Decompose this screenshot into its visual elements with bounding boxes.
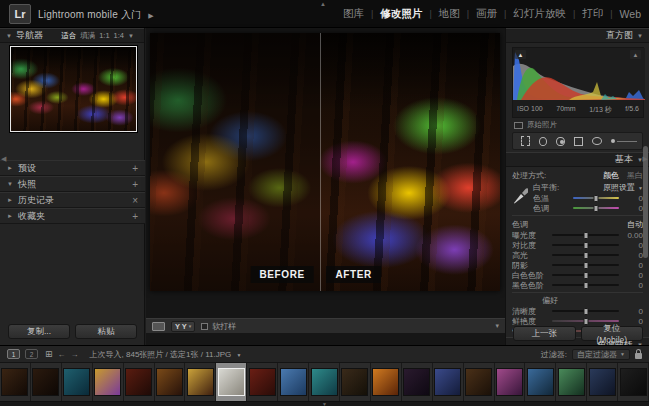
module-tab-7[interactable]: Web	[620, 8, 641, 20]
filmstrip-thumbnail-2[interactable]	[31, 363, 62, 401]
histogram[interactable]: ▲ ▲ ISO 10070mm1/13 秒f/5.6	[512, 47, 644, 118]
copy-button[interactable]: 复制...	[8, 324, 70, 339]
filmstrip-thumbnail-21[interactable]	[618, 363, 649, 401]
slider-track[interactable]	[552, 234, 619, 236]
paste-button[interactable]: 粘贴	[75, 324, 137, 339]
go-forward-arrow-icon[interactable]: →	[71, 350, 79, 359]
module-tab-6[interactable]: 打印	[582, 7, 603, 21]
soft-proofing-toggle[interactable]: 软打样	[201, 321, 236, 332]
histogram-panel-header[interactable]: 直方图 ▼	[506, 28, 649, 43]
grid-view-icon[interactable]: ⊞	[45, 349, 53, 359]
filmstrip-thumbnail-20[interactable]	[587, 363, 618, 401]
secondary-screen-button[interactable]: 2	[25, 349, 38, 359]
filmstrip-thumbnail-3[interactable]	[62, 363, 93, 401]
navigator-panel-header[interactable]: ▼ 导航器 适合填满1:11:4 ▼	[0, 28, 144, 43]
navigator-zoom-option[interactable]: 1:1	[99, 31, 109, 40]
slider-track[interactable]	[552, 254, 619, 256]
left-section-action-icon[interactable]: +	[132, 211, 138, 222]
filmstrip-thumbnail-16[interactable]	[464, 363, 495, 401]
filmstrip-thumbnail-11[interactable]	[309, 363, 340, 401]
crop-tool-icon[interactable]	[521, 136, 530, 146]
slider-track[interactable]	[552, 284, 619, 286]
radial-filter-tool-icon[interactable]	[592, 137, 602, 145]
filmstrip-source-breadcrumb[interactable]: 上次导入, 845张照片 / 选定1张 / 11.JPG ▼	[90, 349, 242, 360]
filmstrip-thumbnail-6[interactable]	[155, 363, 186, 401]
filmstrip-thumbnail-14[interactable]	[402, 363, 433, 401]
module-tab-4[interactable]: 画册	[476, 7, 497, 21]
treatment-color-option[interactable]: 颜色	[603, 170, 619, 181]
slider-track[interactable]	[552, 244, 619, 246]
slider-track[interactable]	[552, 264, 619, 266]
slider-thumb[interactable]	[583, 252, 588, 259]
basic-panel-header[interactable]: 基本 ▼	[506, 152, 649, 167]
filter-lock-icon[interactable]	[635, 353, 642, 359]
filmstrip-thumbnail-10[interactable]	[278, 363, 309, 401]
slider-thumb[interactable]	[583, 232, 588, 239]
go-back-arrow-icon[interactable]: ←	[58, 350, 66, 359]
loupe-view-icon[interactable]	[152, 322, 165, 331]
slider-thumb[interactable]	[594, 205, 599, 212]
white-balance-eyedropper-icon[interactable]	[512, 182, 528, 206]
slider-thumb[interactable]	[583, 272, 588, 279]
slider-thumb[interactable]	[583, 282, 588, 289]
shadow-clipping-icon[interactable]: ▲	[515, 50, 526, 59]
slider-track[interactable]	[552, 310, 619, 312]
filmstrip-thumbnail-8[interactable]	[216, 363, 247, 401]
slider-thumb[interactable]	[583, 242, 588, 249]
slider-thumb[interactable]	[594, 195, 599, 202]
right-panel-collapse-arrow-icon[interactable]: ▶	[643, 155, 648, 163]
navigator-zoom-dropdown-icon[interactable]: ▼	[128, 33, 134, 39]
soft-proofing-checkbox[interactable]	[201, 323, 208, 330]
before-after-view-button[interactable]: Y Y ▾	[171, 321, 195, 332]
identity-plate[interactable]: Lightroom mobile 入门 ▶	[38, 8, 154, 22]
module-tab-3[interactable]: 地图	[439, 7, 460, 21]
navigator-zoom-option[interactable]: 1:4	[114, 31, 124, 40]
primary-screen-button[interactable]: 1	[7, 349, 20, 359]
white-balance-value[interactable]: 原照设置	[603, 182, 635, 193]
treatment-bw-option[interactable]: 黑白	[627, 170, 643, 181]
filmstrip-thumbnail-18[interactable]	[525, 363, 556, 401]
slider-track[interactable]	[573, 207, 619, 209]
slider-thumb[interactable]	[583, 308, 588, 315]
red-eye-tool-icon[interactable]	[556, 137, 564, 146]
filmstrip-thumbnail-4[interactable]	[93, 363, 124, 401]
filmstrip-thumbnail-13[interactable]	[371, 363, 402, 401]
adjustment-brush-tool-icon[interactable]	[611, 136, 634, 146]
slider-track[interactable]	[573, 197, 619, 199]
slider-thumb[interactable]	[583, 262, 588, 269]
left-section-4[interactable]: ►收藏夹+	[0, 208, 145, 224]
top-panel-collapse-arrow-icon[interactable]: ▲	[320, 1, 326, 7]
filmstrip-thumbnail-1[interactable]	[0, 363, 31, 401]
filmstrip-thumbnail-9[interactable]	[247, 363, 278, 401]
filmstrip-thumbnail-12[interactable]	[340, 363, 371, 401]
reset-button[interactable]: 复位 (Mobile)	[581, 326, 644, 341]
left-section-action-icon[interactable]: +	[132, 179, 138, 190]
graduated-filter-tool-icon[interactable]	[574, 137, 583, 146]
filmstrip-collapse-arrow-icon[interactable]: ▼	[322, 401, 327, 406]
filmstrip-thumbnail-15[interactable]	[433, 363, 464, 401]
highlight-clipping-icon[interactable]: ▲	[630, 50, 641, 59]
slider-track[interactable]	[552, 274, 619, 276]
left-section-1[interactable]: ►预设+	[0, 160, 145, 176]
left-section-2[interactable]: ▼快照+	[0, 176, 145, 192]
module-tab-5[interactable]: 幻灯片放映	[513, 7, 566, 21]
previous-button[interactable]: 上一张	[513, 326, 576, 341]
filmstrip-thumbnail-7[interactable]	[185, 363, 216, 401]
main-photo[interactable]: BEFORE AFTER	[150, 33, 500, 291]
filmstrip-thumbnail-17[interactable]	[495, 363, 526, 401]
navigator-preview[interactable]	[10, 46, 137, 132]
left-panel-collapse-arrow-icon[interactable]: ◀	[1, 155, 6, 163]
before-after-divider[interactable]	[320, 33, 321, 291]
filter-dropdown[interactable]: 自定过滤器 ▼	[572, 349, 630, 360]
navigator-zoom-option[interactable]: 填满	[80, 31, 95, 41]
left-section-action-icon[interactable]: +	[132, 163, 138, 174]
filmstrip-thumbnail-5[interactable]	[124, 363, 155, 401]
auto-tone-button[interactable]: 自动	[627, 219, 643, 230]
left-section-3[interactable]: ►历史记录×	[0, 192, 145, 208]
toolbar-options-dropdown-icon[interactable]: ▾	[495, 322, 499, 330]
white-balance-row[interactable]: 白平衡: 原照设置 ▼	[533, 182, 643, 193]
spot-removal-tool-icon[interactable]	[539, 137, 547, 146]
module-tab-2[interactable]: 修改照片	[380, 7, 422, 21]
module-tab-1[interactable]: 图库	[343, 7, 364, 21]
left-section-action-icon[interactable]: ×	[132, 195, 138, 206]
